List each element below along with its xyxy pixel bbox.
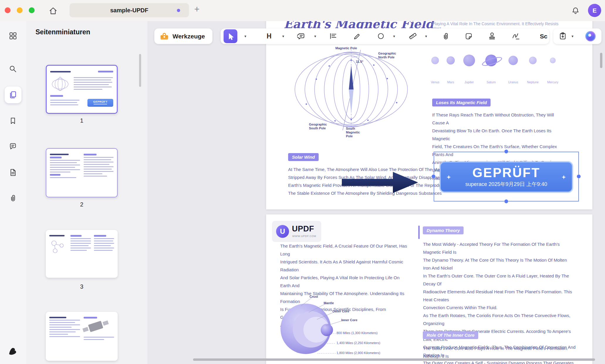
- thumbnail-page-1[interactable]: GEPRÜFT: [46, 65, 118, 114]
- thumbnail-page-2[interactable]: [46, 148, 118, 197]
- clipped-toolbar-label[interactable]: Sc: [540, 28, 547, 44]
- page-number-3: 3: [46, 283, 118, 290]
- selection-handle-right[interactable]: [577, 175, 581, 178]
- paragraph-line: The Dynamo Theory. At The Core Of This T…: [423, 256, 576, 272]
- document-icon: [9, 168, 17, 177]
- sidebar-item-search[interactable]: [7, 63, 19, 75]
- select-tool-chevron-icon[interactable]: ▾: [244, 28, 246, 44]
- inner-core-paragraph: The Solid Inner Core Also Plays A Role I…: [423, 344, 576, 360]
- document-tab[interactable]: sample-UPDF: [70, 3, 189, 17]
- shapes-tool-button[interactable]: [375, 30, 387, 42]
- sidebar-item-apps[interactable]: [7, 30, 19, 42]
- vertical-scrollbar[interactable]: [600, 53, 602, 68]
- mini-stamp: GEPRÜFT: [87, 99, 113, 107]
- text-lines-placeholder: [50, 98, 85, 107]
- shapes-chevron-icon[interactable]: ▾: [393, 28, 395, 44]
- thumbnail-page-4[interactable]: [46, 312, 118, 361]
- save-tool-button[interactable]: [557, 30, 569, 42]
- geprueft-stamp[interactable]: GEPRÜFT superace 2025年9月29日 上午9:40: [440, 162, 573, 192]
- paragraph-line: Convection Currents Within The Fluid.: [423, 304, 576, 311]
- distance-1400-miles: 1,400 Miles (2,250 Kilometers): [337, 341, 380, 345]
- new-tab-button[interactable]: +: [194, 4, 200, 15]
- paperclip-icon: [9, 194, 17, 202]
- text-lines-placeholder: [70, 233, 91, 255]
- typewriter-icon: [329, 32, 337, 40]
- mini-satellite: [84, 315, 114, 341]
- stamp-tool-button[interactable]: [486, 30, 498, 42]
- paragraph-line: As The Earth Rotates, The Coriolis Force…: [423, 311, 576, 327]
- updf-logo-text: UPDF: [292, 224, 314, 233]
- planet-label: Mercury: [543, 80, 563, 84]
- sidebar-item-comments[interactable]: [7, 140, 19, 152]
- planet-mercury: [550, 57, 556, 63]
- attachment-tool-button[interactable]: [440, 30, 452, 42]
- home-button[interactable]: [47, 5, 59, 17]
- typewriter-tool-button[interactable]: [327, 30, 339, 42]
- horizontal-scrollbar[interactable]: [193, 358, 595, 361]
- toolbox-icon: [160, 32, 169, 41]
- edit-text-icon: H: [267, 32, 272, 40]
- sidebar-item-document[interactable]: [7, 167, 19, 178]
- thumbnails-panel: Seitenminiaturen: [26, 0, 148, 364]
- close-window-button[interactable]: [5, 7, 11, 13]
- highlighter-tool-button[interactable]: [351, 30, 363, 42]
- loses-magnetic-field-badge: Loses Its Magnetic Field: [432, 99, 491, 106]
- updf-logo-block: U UPDF WWW.UPDF.COM: [272, 221, 321, 242]
- planet-mars: [447, 56, 455, 65]
- measure-tool-button[interactable]: [407, 30, 419, 42]
- comment-chevron-icon[interactable]: ▾: [314, 28, 316, 44]
- notifications-button[interactable]: [569, 5, 581, 16]
- planet-neptune: [529, 57, 537, 64]
- page-number-2: 2: [46, 201, 118, 208]
- mini-diagram: [50, 76, 71, 93]
- text-lines-placeholder: [74, 76, 113, 93]
- comment-tool-button[interactable]: [295, 30, 307, 42]
- updf-logo-icon: [8, 347, 18, 356]
- paragraph-line: Devastating Blow To Life On Earth. Once …: [432, 127, 564, 143]
- paragraph-line: And Solar Particles, Playing A Vital Rol…: [280, 274, 409, 289]
- user-avatar[interactable]: E: [588, 4, 601, 17]
- select-tool-button[interactable]: [224, 29, 237, 43]
- paperclip-icon: [442, 32, 450, 40]
- signature-icon: [512, 32, 520, 40]
- sticker-icon: [465, 32, 473, 40]
- mini-diagram: [49, 233, 67, 255]
- sidebar-item-attachments[interactable]: [7, 192, 19, 204]
- text-lines-placeholder: [84, 152, 114, 180]
- ai-assistant-button[interactable]: [585, 31, 596, 41]
- updf-app-logo[interactable]: [7, 346, 19, 357]
- bookmark-icon: [9, 117, 17, 125]
- label-south-magnetic-pole: South Magnetic Pole: [346, 127, 365, 138]
- label-axis-angle: 11.5°: [356, 60, 363, 64]
- text-lines-placeholder: [50, 152, 80, 180]
- selection-handle-left[interactable]: [432, 175, 435, 178]
- minimize-window-button[interactable]: [17, 7, 23, 13]
- save-chevron-icon[interactable]: ▾: [572, 28, 574, 44]
- selection-handle-bottom[interactable]: [504, 199, 508, 203]
- maximize-window-button[interactable]: [29, 7, 35, 13]
- sticker-tool-button[interactable]: [463, 30, 474, 42]
- sidebar-item-thumbnails[interactable]: [5, 87, 21, 103]
- measure-chevron-icon[interactable]: ▾: [425, 28, 427, 44]
- selection-handle-top[interactable]: [504, 150, 508, 153]
- planet-label: Saturn: [481, 80, 501, 84]
- label-geographic-south-pole: Geographic South Pole: [309, 123, 336, 130]
- signature-tool-button[interactable]: [510, 30, 522, 42]
- clipboard-save-icon: [559, 32, 567, 40]
- dynamo-theory-badge: Dynamo Theory: [423, 226, 464, 234]
- stamp-title: GEPRÜFT: [441, 165, 572, 180]
- planet-label: Neptune: [523, 80, 543, 84]
- thumbnail-page-3[interactable]: [46, 230, 118, 278]
- edit-text-chevron-icon[interactable]: ▾: [282, 28, 284, 44]
- edit-text-tool-button[interactable]: H: [263, 30, 275, 42]
- paragraph-line: In The Earth's Outer Core. The Outer Cor…: [423, 272, 576, 288]
- updf-window: Earth's Magnetic Field Playing A Vital R…: [0, 0, 605, 364]
- page-number-1: 1: [46, 117, 118, 124]
- paragraph-line: If These Rays Reach The Earth Without Ob…: [432, 111, 564, 127]
- toolbar-right-group: ▾: [553, 28, 601, 44]
- tools-menu-button[interactable]: Werkzeuge: [154, 28, 212, 44]
- sidebar-item-bookmarks[interactable]: [7, 115, 19, 127]
- distance-1800-miles: 1,800 Miles (2,900 Kilometers): [337, 351, 380, 355]
- paragraph-line: The Solid Inner Core Also Plays A Role I…: [423, 344, 576, 360]
- panel-scrollbar[interactable]: [139, 54, 141, 87]
